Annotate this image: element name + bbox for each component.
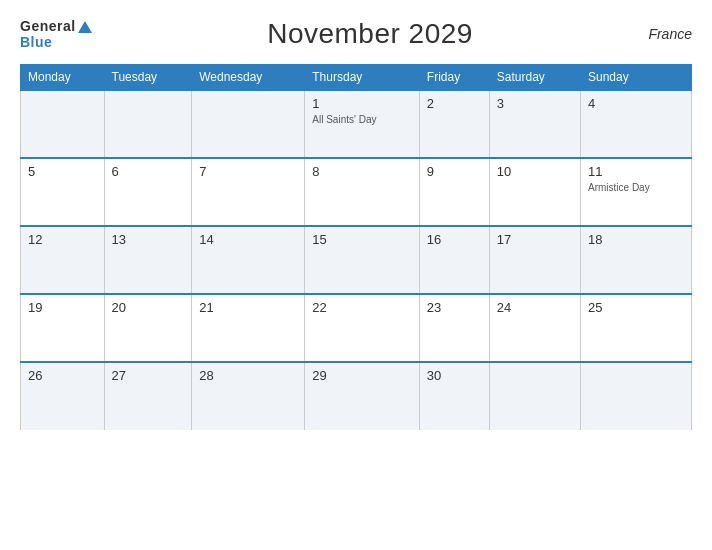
week-row-1: 1All Saints' Day234 [21,90,692,158]
cell-day-number: 18 [588,232,684,247]
cell-w1-d4: 1All Saints' Day [305,90,420,158]
cell-w2-d3: 7 [192,158,305,226]
cell-w5-d2: 27 [104,362,192,430]
logo-triangle-icon [78,21,92,33]
country-label: France [648,26,692,42]
cell-w5-d3: 28 [192,362,305,430]
cell-w5-d5: 30 [419,362,489,430]
logo-top-row: General [20,18,92,34]
cell-day-number: 17 [497,232,573,247]
logo-bottom-row: Blue [20,34,92,50]
calendar-table: Monday Tuesday Wednesday Thursday Friday… [20,64,692,430]
cell-w4-d3: 21 [192,294,305,362]
cell-w2-d7: 11Armistice Day [580,158,691,226]
cell-day-number: 3 [497,96,573,111]
cell-event-label: All Saints' Day [312,114,412,125]
cell-w5-d1: 26 [21,362,105,430]
cell-day-number: 28 [199,368,297,383]
col-sunday: Sunday [580,65,691,91]
cell-w3-d2: 13 [104,226,192,294]
page: General Blue November 2029 France Monday… [0,0,712,550]
logo-general-text: General [20,18,76,34]
cell-w1-d7: 4 [580,90,691,158]
col-wednesday: Wednesday [192,65,305,91]
cell-day-number: 11 [588,164,684,179]
cell-w4-d2: 20 [104,294,192,362]
cell-w5-d4: 29 [305,362,420,430]
cell-w3-d7: 18 [580,226,691,294]
logo: General Blue [20,18,92,50]
col-monday: Monday [21,65,105,91]
cell-day-number: 23 [427,300,482,315]
week-row-2: 567891011Armistice Day [21,158,692,226]
cell-day-number: 5 [28,164,97,179]
cell-w3-d4: 15 [305,226,420,294]
col-tuesday: Tuesday [104,65,192,91]
calendar-header: Monday Tuesday Wednesday Thursday Friday… [21,65,692,91]
cell-w1-d1 [21,90,105,158]
col-thursday: Thursday [305,65,420,91]
calendar-body: 1All Saints' Day234567891011Armistice Da… [21,90,692,430]
cell-w1-d6: 3 [489,90,580,158]
week-row-5: 2627282930 [21,362,692,430]
calendar-title: November 2029 [267,18,473,50]
cell-w3-d3: 14 [192,226,305,294]
cell-day-number: 21 [199,300,297,315]
cell-w3-d1: 12 [21,226,105,294]
cell-day-number: 14 [199,232,297,247]
cell-day-number: 27 [112,368,185,383]
cell-w4-d5: 23 [419,294,489,362]
cell-w1-d5: 2 [419,90,489,158]
cell-day-number: 13 [112,232,185,247]
cell-day-number: 6 [112,164,185,179]
week-row-3: 12131415161718 [21,226,692,294]
cell-w4-d6: 24 [489,294,580,362]
cell-w1-d2 [104,90,192,158]
cell-day-number: 30 [427,368,482,383]
cell-day-number: 8 [312,164,412,179]
cell-day-number: 7 [199,164,297,179]
cell-w2-d1: 5 [21,158,105,226]
cell-day-number: 26 [28,368,97,383]
cell-w2-d2: 6 [104,158,192,226]
header: General Blue November 2029 France [20,18,692,50]
cell-day-number: 24 [497,300,573,315]
cell-w2-d6: 10 [489,158,580,226]
logo-blue-text: Blue [20,34,52,50]
week-row-4: 19202122232425 [21,294,692,362]
cell-day-number: 25 [588,300,684,315]
cell-w3-d6: 17 [489,226,580,294]
cell-day-number: 22 [312,300,412,315]
cell-day-number: 1 [312,96,412,111]
weekday-header-row: Monday Tuesday Wednesday Thursday Friday… [21,65,692,91]
cell-day-number: 4 [588,96,684,111]
cell-w2-d5: 9 [419,158,489,226]
cell-w4-d7: 25 [580,294,691,362]
cell-day-number: 15 [312,232,412,247]
cell-day-number: 29 [312,368,412,383]
col-saturday: Saturday [489,65,580,91]
cell-w4-d4: 22 [305,294,420,362]
cell-day-number: 12 [28,232,97,247]
cell-event-label: Armistice Day [588,182,684,193]
cell-w5-d6 [489,362,580,430]
col-friday: Friday [419,65,489,91]
cell-w4-d1: 19 [21,294,105,362]
cell-day-number: 19 [28,300,97,315]
cell-day-number: 10 [497,164,573,179]
cell-day-number: 2 [427,96,482,111]
cell-w5-d7 [580,362,691,430]
cell-w2-d4: 8 [305,158,420,226]
cell-day-number: 20 [112,300,185,315]
cell-w1-d3 [192,90,305,158]
cell-day-number: 9 [427,164,482,179]
cell-w3-d5: 16 [419,226,489,294]
cell-day-number: 16 [427,232,482,247]
